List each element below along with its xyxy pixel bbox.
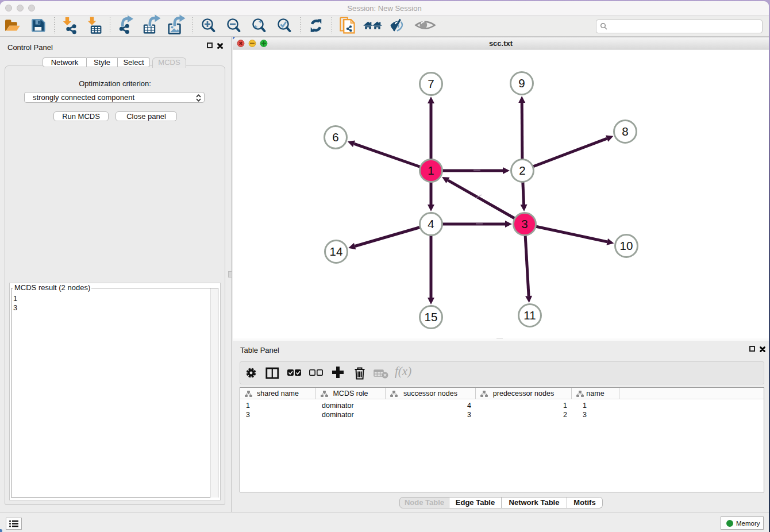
svg-text:6: 6 bbox=[332, 130, 338, 144]
svg-text:11: 11 bbox=[523, 309, 536, 322]
svg-text:7: 7 bbox=[428, 77, 434, 90]
svg-text:15: 15 bbox=[425, 310, 438, 323]
svg-text:4: 4 bbox=[428, 217, 434, 230]
svg-text:2: 2 bbox=[519, 164, 525, 177]
svg-text:10: 10 bbox=[620, 239, 633, 252]
svg-text:3: 3 bbox=[521, 217, 528, 230]
svg-text:8: 8 bbox=[622, 125, 628, 138]
svg-text:14: 14 bbox=[330, 245, 343, 258]
svg-text:9: 9 bbox=[518, 76, 525, 90]
svg-text:1: 1 bbox=[428, 164, 434, 177]
